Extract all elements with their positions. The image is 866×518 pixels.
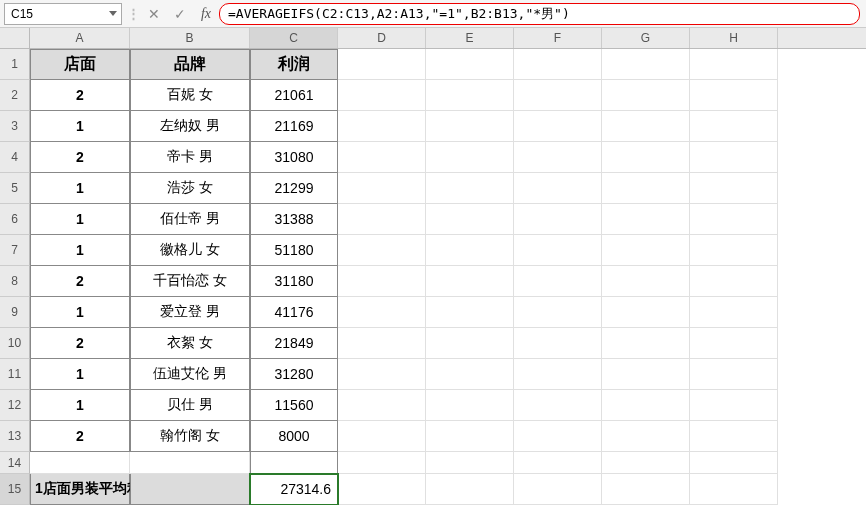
select-all-corner[interactable] xyxy=(0,28,30,48)
cell[interactable] xyxy=(514,359,602,390)
cell[interactable] xyxy=(514,80,602,111)
cell[interactable] xyxy=(514,474,602,505)
cell[interactable] xyxy=(426,390,514,421)
cell[interactable]: 21849 xyxy=(250,328,338,359)
cell[interactable] xyxy=(602,173,690,204)
cell[interactable]: 千百怡恋 女 xyxy=(130,266,250,297)
cancel-icon[interactable]: ✕ xyxy=(143,3,165,25)
cell[interactable] xyxy=(30,452,130,474)
cell[interactable]: 41176 xyxy=(250,297,338,328)
cell[interactable] xyxy=(426,297,514,328)
row-header[interactable]: 5 xyxy=(0,173,30,204)
cell[interactable] xyxy=(338,49,426,80)
header-cell[interactable]: 品牌 xyxy=(130,49,250,80)
cell[interactable] xyxy=(602,235,690,266)
cell[interactable] xyxy=(130,452,250,474)
row-header[interactable]: 13 xyxy=(0,421,30,452)
cell[interactable] xyxy=(338,173,426,204)
summary-value-cell[interactable]: 27314.6 xyxy=(250,474,338,505)
cell[interactable] xyxy=(602,80,690,111)
cell[interactable] xyxy=(690,80,778,111)
cell[interactable]: 31280 xyxy=(250,359,338,390)
cell[interactable] xyxy=(602,474,690,505)
col-header-d[interactable]: D xyxy=(338,28,426,48)
cell[interactable]: 51180 xyxy=(250,235,338,266)
cell[interactable]: 8000 xyxy=(250,421,338,452)
cell[interactable]: 1 xyxy=(30,359,130,390)
cell[interactable]: 2 xyxy=(30,421,130,452)
cell[interactable] xyxy=(602,266,690,297)
header-cell[interactable]: 利润 xyxy=(250,49,338,80)
col-header-a[interactable]: A xyxy=(30,28,130,48)
cell[interactable] xyxy=(690,328,778,359)
cell[interactable]: 贝仕 男 xyxy=(130,390,250,421)
cell[interactable] xyxy=(426,359,514,390)
cell[interactable] xyxy=(690,266,778,297)
cell[interactable]: 1 xyxy=(30,390,130,421)
cell[interactable]: 11560 xyxy=(250,390,338,421)
cell[interactable] xyxy=(426,173,514,204)
cell[interactable] xyxy=(690,142,778,173)
cell[interactable] xyxy=(426,142,514,173)
row-header[interactable]: 10 xyxy=(0,328,30,359)
cell[interactable]: 爱立登 男 xyxy=(130,297,250,328)
cell[interactable] xyxy=(426,235,514,266)
cell[interactable]: 徽格儿 女 xyxy=(130,235,250,266)
cell[interactable] xyxy=(602,328,690,359)
cell[interactable] xyxy=(514,142,602,173)
cell[interactable] xyxy=(338,142,426,173)
cell[interactable] xyxy=(514,235,602,266)
cell[interactable]: 翰竹阁 女 xyxy=(130,421,250,452)
cell[interactable]: 佰仕帝 男 xyxy=(130,204,250,235)
cell[interactable] xyxy=(426,80,514,111)
col-header-g[interactable]: G xyxy=(602,28,690,48)
cell[interactable] xyxy=(338,111,426,142)
cell[interactable]: 浩莎 女 xyxy=(130,173,250,204)
cell[interactable] xyxy=(514,390,602,421)
cell[interactable] xyxy=(514,266,602,297)
cell[interactable] xyxy=(250,452,338,474)
row-header[interactable]: 6 xyxy=(0,204,30,235)
cell[interactable] xyxy=(426,204,514,235)
cell[interactable] xyxy=(690,297,778,328)
col-header-b[interactable]: B xyxy=(130,28,250,48)
cell[interactable] xyxy=(602,421,690,452)
cell[interactable]: 2 xyxy=(30,80,130,111)
cell[interactable] xyxy=(602,297,690,328)
header-cell[interactable]: 店面 xyxy=(30,49,130,80)
cell[interactable]: 1 xyxy=(30,235,130,266)
cell[interactable]: 衣絮 女 xyxy=(130,328,250,359)
cell[interactable]: 21061 xyxy=(250,80,338,111)
cell[interactable] xyxy=(602,204,690,235)
cell[interactable] xyxy=(514,328,602,359)
cell[interactable] xyxy=(338,235,426,266)
cell[interactable] xyxy=(514,421,602,452)
formula-input[interactable]: =AVERAGEIFS(C2:C13,A2:A13,"=1",B2:B13,"*… xyxy=(219,3,860,25)
cell[interactable]: 21169 xyxy=(250,111,338,142)
spreadsheet-grid[interactable]: A B C D E F G H 1 店面 品牌 利润 2 2 百妮 女 2106… xyxy=(0,28,866,505)
row-header[interactable]: 12 xyxy=(0,390,30,421)
cell[interactable] xyxy=(426,421,514,452)
cell[interactable]: 2 xyxy=(30,142,130,173)
col-header-e[interactable]: E xyxy=(426,28,514,48)
summary-label-cell[interactable]: 1店面男装平均利润 xyxy=(30,474,130,505)
cell[interactable] xyxy=(130,474,250,505)
cell[interactable] xyxy=(602,359,690,390)
cell[interactable] xyxy=(426,474,514,505)
cell[interactable]: 2 xyxy=(30,266,130,297)
cell[interactable] xyxy=(602,390,690,421)
col-header-f[interactable]: F xyxy=(514,28,602,48)
cell[interactable]: 31180 xyxy=(250,266,338,297)
cell[interactable]: 31388 xyxy=(250,204,338,235)
cell[interactable] xyxy=(338,328,426,359)
cell[interactable] xyxy=(690,421,778,452)
fx-icon[interactable]: fx xyxy=(195,3,217,25)
row-header[interactable]: 11 xyxy=(0,359,30,390)
row-header[interactable]: 3 xyxy=(0,111,30,142)
cell[interactable] xyxy=(514,49,602,80)
row-header[interactable]: 2 xyxy=(0,80,30,111)
col-header-c[interactable]: C xyxy=(250,28,338,48)
cell[interactable] xyxy=(514,297,602,328)
cell[interactable]: 21299 xyxy=(250,173,338,204)
cell[interactable]: 1 xyxy=(30,204,130,235)
